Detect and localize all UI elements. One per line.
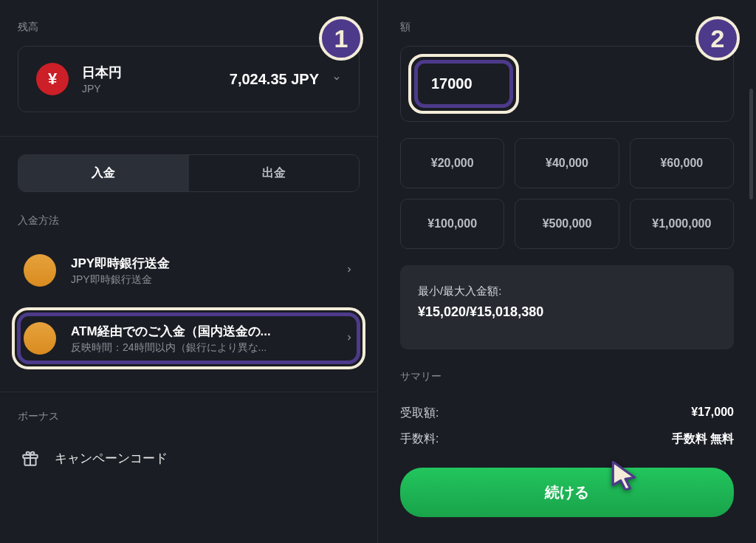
method-avatar-icon	[24, 322, 56, 355]
continue-label: 続ける	[545, 484, 589, 500]
method-subtitle: 反映時間：24時間以内（銀行により異な...	[71, 341, 345, 355]
method-item-instant[interactable]: JPY即時銀行送金 JPY即時銀行送金	[18, 239, 360, 301]
method-title: JPY即時銀行送金	[71, 255, 345, 272]
preset-1000000[interactable]: ¥1,000,000	[630, 199, 734, 249]
step-badge-1: 1	[319, 16, 363, 61]
method-item-atm[interactable]: ATM経由でのご入金（国内送金の... 反映時間：24時間以内（銀行により異な.…	[12, 307, 365, 369]
cursor-arrow-icon	[608, 459, 639, 490]
currency-name: 日本円	[82, 64, 122, 81]
amount-highlight	[408, 54, 519, 114]
yen-icon: ¥	[36, 63, 69, 95]
method-label: 入金方法	[18, 214, 360, 228]
currency-code: JPY	[82, 83, 122, 95]
bonus-label: ボーナス	[18, 410, 360, 423]
campaign-code-row[interactable]: キャンペーンコード	[18, 435, 360, 481]
preset-60000[interactable]: ¥60,000	[630, 138, 734, 188]
preset-100000[interactable]: ¥100,000	[400, 199, 504, 249]
deposit-withdraw-tabs: 入金 出金	[18, 154, 360, 192]
chevron-right-icon	[345, 332, 354, 345]
method-texts: ATM経由でのご入金（国内送金の... 反映時間：24時間以内（銀行により異な.…	[71, 323, 345, 355]
bonus-section: ボーナス キャンペーンコード	[18, 410, 360, 481]
amount-label: 額	[400, 21, 734, 34]
method-subtitle: JPY即時銀行送金	[71, 273, 345, 287]
method-section: 入金方法 JPY即時銀行送金 JPY即時銀行送金 ATM経由でのご入金（国内送金…	[18, 214, 360, 369]
preset-grid: ¥20,000 ¥40,000 ¥60,000 ¥100,000 ¥500,00…	[400, 138, 734, 249]
chevron-down-icon	[332, 72, 341, 86]
amount-input[interactable]	[431, 75, 496, 92]
preset-500000[interactable]: ¥500,000	[515, 199, 619, 249]
method-title: ATM経由でのご入金（国内送金の...	[71, 323, 345, 340]
limits-values: ¥15,020/¥15,018,380	[418, 304, 716, 320]
preset-40000[interactable]: ¥40,000	[515, 138, 619, 188]
right-panel: 額 ¥20,000 ¥40,000 ¥60,000 ¥100,000 ¥500,…	[378, 0, 756, 543]
fee-value: 手数料 無料	[672, 431, 734, 447]
left-panel: 残高 ¥ 日本円 JPY 7,024.35 JPY 入金 出金 入金方法 JPY…	[0, 0, 378, 543]
campaign-code-label: キャンペーンコード	[55, 450, 168, 467]
divider	[0, 392, 377, 392]
balance-amount: 7,024.35 JPY	[230, 71, 319, 88]
summary-label: サマリー	[400, 370, 734, 383]
summary-fee-row: 手数料: 手数料 無料	[400, 431, 734, 447]
summary-receive-row: 受取額: ¥17,000	[400, 406, 734, 421]
scrollbar[interactable]	[749, 89, 753, 199]
limits-label: 最小/最大入金額:	[418, 284, 716, 298]
amount-input-row	[400, 46, 734, 122]
fee-label: 手数料:	[400, 431, 439, 447]
limits-box: 最小/最大入金額: ¥15,020/¥15,018,380	[400, 265, 734, 349]
preset-20000[interactable]: ¥20,000	[400, 138, 504, 188]
currency-texts: 日本円 JPY	[82, 64, 122, 95]
step-badge-2: 2	[695, 16, 740, 61]
continue-button[interactable]: 続ける	[400, 468, 734, 517]
method-texts: JPY即時銀行送金 JPY即時銀行送金	[71, 255, 345, 287]
tab-withdraw[interactable]: 出金	[189, 155, 360, 191]
receive-label: 受取額:	[400, 406, 439, 421]
gift-icon	[21, 448, 40, 468]
balance-label: 残高	[18, 21, 360, 34]
receive-value: ¥17,000	[691, 406, 734, 421]
tab-deposit[interactable]: 入金	[18, 155, 189, 191]
method-avatar-icon	[24, 254, 56, 287]
tabs-container: 入金 出金	[0, 136, 377, 192]
chevron-right-icon	[345, 264, 354, 277]
balance-card[interactable]: ¥ 日本円 JPY 7,024.35 JPY	[18, 46, 360, 112]
